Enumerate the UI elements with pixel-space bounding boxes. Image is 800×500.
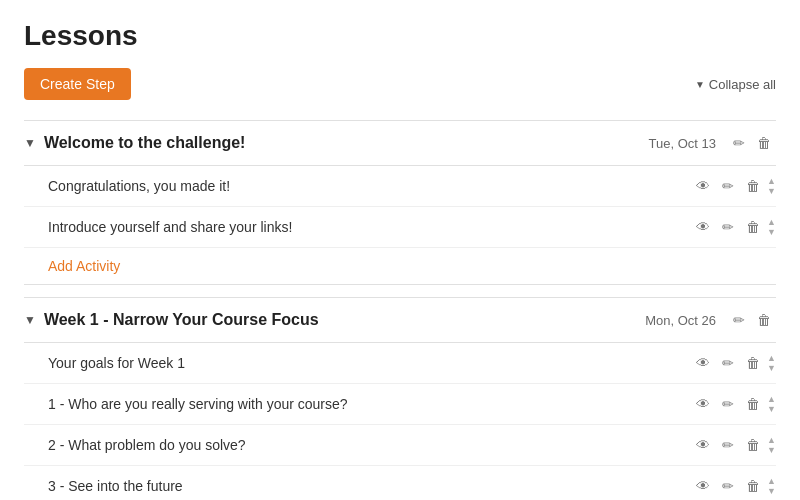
add-activity-button[interactable]: Add Activity <box>48 258 120 274</box>
activity-delete-button[interactable]: 🗑 <box>741 353 765 373</box>
activity-view-button[interactable]: 👁 <box>691 435 715 455</box>
activity-label: 2 - What problem do you solve? <box>48 437 691 453</box>
create-step-button[interactable]: Create Step <box>24 68 131 100</box>
section-delete-button[interactable]: 🗑 <box>752 133 776 153</box>
activity-edit-button[interactable]: ✏ <box>717 217 739 237</box>
section-title: Week 1 - Narrow Your Course Focus <box>44 311 645 329</box>
activity-label: Congratulations, you made it! <box>48 178 691 194</box>
activity-edit-button[interactable]: ✏ <box>717 394 739 414</box>
activity-edit-button[interactable]: ✏ <box>717 435 739 455</box>
activity-edit-button[interactable]: ✏ <box>717 353 739 373</box>
activity-actions: 👁 ✏ 🗑 ▲ ▼ <box>691 353 776 373</box>
activity-label: Introduce yourself and share your links! <box>48 219 691 235</box>
activity-actions: 👁 ✏ 🗑 ▲ ▼ <box>691 176 776 196</box>
activity-label: Your goals for Week 1 <box>48 355 691 371</box>
section-date: Tue, Oct 13 <box>649 136 716 151</box>
sort-icon[interactable]: ▲ ▼ <box>767 354 776 373</box>
activity-view-button[interactable]: 👁 <box>691 176 715 196</box>
activity-delete-button[interactable]: 🗑 <box>741 176 765 196</box>
section-week1: ▼ Week 1 - Narrow Your Course Focus Mon,… <box>24 297 776 500</box>
activity-edit-button[interactable]: ✏ <box>717 176 739 196</box>
activity-row: Your goals for Week 1 👁 ✏ 🗑 ▲ ▼ <box>24 343 776 384</box>
sections-container: ▼ Welcome to the challenge! Tue, Oct 13 … <box>24 120 776 500</box>
activity-view-button[interactable]: 👁 <box>691 476 715 496</box>
sort-icon[interactable]: ▲ ▼ <box>767 218 776 237</box>
activity-view-button[interactable]: 👁 <box>691 217 715 237</box>
section-chevron-icon[interactable]: ▼ <box>24 136 36 150</box>
section-header-welcome: ▼ Welcome to the challenge! Tue, Oct 13 … <box>24 121 776 166</box>
activity-row: Introduce yourself and share your links!… <box>24 207 776 248</box>
add-activity-container: Add Activity <box>24 248 776 285</box>
toolbar: Create Step ▼ Collapse all <box>24 68 776 100</box>
activity-actions: 👁 ✏ 🗑 ▲ ▼ <box>691 394 776 414</box>
activity-row: 1 - Who are you really serving with your… <box>24 384 776 425</box>
activity-delete-button[interactable]: 🗑 <box>741 476 765 496</box>
sort-icon[interactable]: ▲ ▼ <box>767 177 776 196</box>
section-delete-button[interactable]: 🗑 <box>752 310 776 330</box>
activity-row: 2 - What problem do you solve? 👁 ✏ 🗑 ▲ ▼ <box>24 425 776 466</box>
section-actions: ✏ 🗑 <box>728 133 776 153</box>
section-header-week1: ▼ Week 1 - Narrow Your Course Focus Mon,… <box>24 298 776 343</box>
activity-edit-button[interactable]: ✏ <box>717 476 739 496</box>
collapse-all-button[interactable]: ▼ Collapse all <box>695 77 776 92</box>
section-edit-button[interactable]: ✏ <box>728 310 750 330</box>
activity-delete-button[interactable]: 🗑 <box>741 435 765 455</box>
section-welcome: ▼ Welcome to the challenge! Tue, Oct 13 … <box>24 120 776 285</box>
activity-actions: 👁 ✏ 🗑 ▲ ▼ <box>691 476 776 496</box>
section-edit-button[interactable]: ✏ <box>728 133 750 153</box>
activity-row: 3 - See into the future 👁 ✏ 🗑 ▲ ▼ <box>24 466 776 500</box>
activity-delete-button[interactable]: 🗑 <box>741 217 765 237</box>
activity-row: Congratulations, you made it! 👁 ✏ 🗑 ▲ ▼ <box>24 166 776 207</box>
activity-actions: 👁 ✏ 🗑 ▲ ▼ <box>691 435 776 455</box>
activity-label: 1 - Who are you really serving with your… <box>48 396 691 412</box>
activity-delete-button[interactable]: 🗑 <box>741 394 765 414</box>
section-actions: ✏ 🗑 <box>728 310 776 330</box>
chevron-down-icon: ▼ <box>695 79 705 90</box>
activity-actions: 👁 ✏ 🗑 ▲ ▼ <box>691 217 776 237</box>
section-chevron-icon[interactable]: ▼ <box>24 313 36 327</box>
page-title: Lessons <box>24 20 776 52</box>
sort-icon[interactable]: ▲ ▼ <box>767 395 776 414</box>
sort-icon[interactable]: ▲ ▼ <box>767 436 776 455</box>
activity-view-button[interactable]: 👁 <box>691 353 715 373</box>
sort-icon[interactable]: ▲ ▼ <box>767 477 776 496</box>
section-date: Mon, Oct 26 <box>645 313 716 328</box>
section-title: Welcome to the challenge! <box>44 134 649 152</box>
activity-label: 3 - See into the future <box>48 478 691 494</box>
activity-view-button[interactable]: 👁 <box>691 394 715 414</box>
